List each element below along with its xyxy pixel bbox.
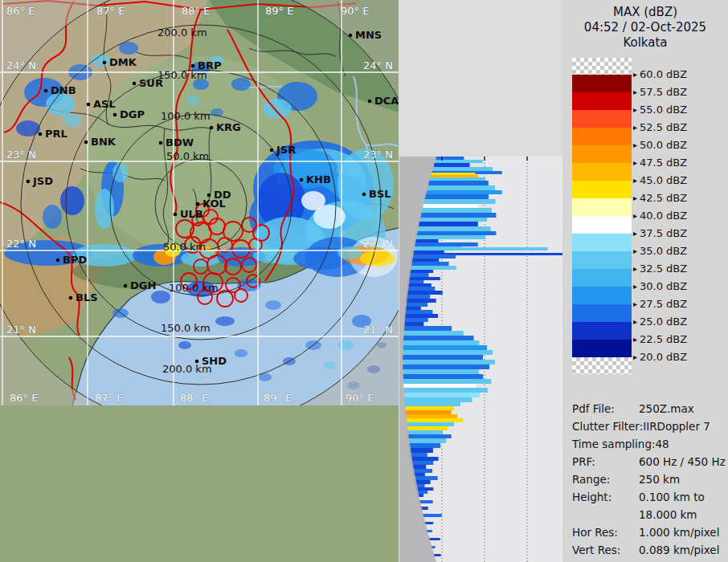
grid-label: 22° N [363, 238, 393, 250]
metadata-value: 0.100 km to [639, 491, 705, 503]
product-metadata: Pdf File:250Z.maxClutter Filter:IIRDoppl… [572, 400, 726, 562]
metadata-value: 250Z.max [639, 402, 694, 415]
legend-threshold-label: ▸57.5 dBZ [633, 87, 687, 99]
station-label: JSD [32, 175, 53, 187]
grid-label: 87° E [96, 5, 125, 17]
metadata-row: Hor Res:1.000 km/pixel [572, 523, 726, 541]
legend-arrow-icon: ▸ [633, 123, 637, 132]
echo-row [405, 307, 421, 310]
echo-row [434, 163, 470, 167]
echo-row [427, 185, 495, 190]
legend-color-swatch [572, 198, 632, 216]
echo-row [407, 434, 452, 438]
echo-row [403, 388, 488, 393]
legend-color-swatch [572, 357, 632, 374]
metadata-row: Data:Radar Data [572, 559, 726, 562]
station-dot [159, 141, 163, 145]
radar-site-name: Kolkata [562, 35, 728, 51]
echo-row [405, 418, 463, 422]
reflectivity-echo [112, 163, 129, 182]
reflectivity-echo [235, 349, 247, 357]
echo-row [407, 426, 448, 430]
metadata-label: Clutter Filter: [572, 417, 643, 435]
legend-threshold-label: ▸27.5 dBZ [633, 299, 687, 311]
legend-sidebar: MAX (dBZ) 04:52 / 02-Oct-2025 Kolkata ▸6… [562, 0, 728, 562]
echo-row [403, 384, 476, 388]
station-dot [349, 34, 353, 38]
legend-arrow-icon: ▸ [633, 88, 637, 96]
station-dot [113, 113, 117, 117]
echo-row [419, 213, 496, 218]
legend-color-swatch [572, 92, 632, 110]
echo-row [404, 406, 454, 410]
reflectivity-echo [63, 114, 82, 127]
echo-row [411, 465, 426, 469]
echo-row [404, 310, 432, 314]
echo-row [411, 461, 433, 465]
legend-threshold-label: ▸30.0 dBZ [633, 281, 687, 293]
metadata-row: Time sampling:48 [572, 435, 726, 453]
metadata-value: 0.089 km/pixel [639, 544, 719, 556]
station-label: BNK [91, 136, 117, 148]
station-label: KOL [202, 198, 226, 210]
station-dot [56, 259, 60, 263]
station-label: KRG [216, 121, 241, 133]
radar-ppi-map[interactable]: 86° E86° E87° E87° E88° E88° E89° E89° E… [0, 157, 399, 562]
echo-row [431, 173, 475, 175]
legend-threshold-label: ▸42.5 dBZ [633, 193, 687, 205]
echo-row [415, 231, 496, 235]
station-dot [69, 296, 73, 300]
station-dot [103, 61, 107, 65]
echo-row [407, 283, 431, 287]
grid-label: 88° E [180, 392, 208, 404]
legend-arrow-icon: ▸ [633, 176, 637, 185]
reflectivity-echo [186, 96, 199, 105]
echo-row [432, 167, 493, 171]
metadata-label: Hor Res: [572, 523, 639, 541]
legend-threshold-label: ▸32.5 dBZ [633, 263, 687, 275]
metadata-label: Pdf File: [572, 400, 639, 417]
metadata-row: Pdf File:250Z.max [572, 400, 726, 417]
echo-row [422, 204, 478, 208]
station-dot [84, 140, 88, 145]
station-dot [207, 193, 211, 198]
legend-threshold-label: ▸50.0 dBZ [633, 140, 687, 152]
reflectivity-echo [323, 361, 336, 369]
echo-row [418, 222, 478, 226]
echo-row [424, 194, 489, 199]
station-dot [174, 213, 178, 217]
legend-color-swatch [572, 322, 632, 340]
station-dot [196, 202, 200, 206]
legend-threshold-label: ▸22.5 dBZ [633, 334, 687, 346]
echo-row [403, 364, 489, 369]
echo-row [409, 448, 433, 453]
grid-label: 22° N [6, 238, 36, 250]
station-label: DCA [374, 95, 399, 107]
grid-label: 23° N [6, 149, 36, 161]
legend-color-swatch [572, 128, 632, 145]
legend-color-swatch [572, 251, 632, 269]
metadata-row: 18.000 km [572, 506, 726, 523]
station-label: MNS [355, 29, 382, 41]
echo-row [410, 453, 427, 457]
legend-color-swatch [572, 163, 632, 181]
reflectivity-echo [46, 93, 75, 116]
legend-threshold-label: ▸25.0 dBZ [633, 316, 687, 328]
echo-row [410, 266, 456, 270]
echo-row [415, 235, 485, 239]
reflectivity-echo [337, 340, 354, 350]
metadata-value: 250 km [639, 473, 680, 486]
product-title-block: MAX (dBZ) 04:52 / 02-Oct-2025 Kolkata [562, 5, 728, 51]
metadata-row: Range:250 km [572, 470, 726, 488]
echo-row [422, 514, 442, 517]
max-projection-side-panel[interactable] [399, 157, 562, 562]
station-dot [195, 360, 199, 364]
echo-row [407, 291, 443, 295]
station-dot [300, 178, 304, 182]
grid-label: 86° E [10, 392, 38, 404]
echo-row [415, 480, 431, 484]
legend-threshold-label: ▸40.0 dBZ [633, 210, 687, 222]
echo-row [403, 326, 452, 331]
echo-row [408, 273, 428, 277]
echo-row [404, 314, 438, 318]
